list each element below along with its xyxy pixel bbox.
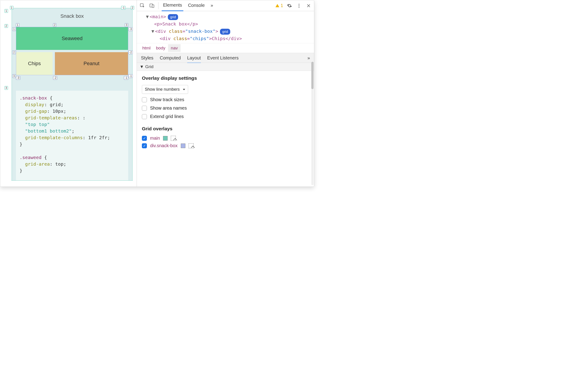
subtabs-more[interactable]: » — [307, 53, 310, 63]
grid-line-label: -1 — [124, 76, 128, 80]
styles-subtab-bar: Styles Computed Layout Event Listeners » — [137, 53, 314, 63]
tab-elements[interactable]: Elements — [162, 0, 183, 11]
grid-line-label: 3 — [125, 23, 128, 27]
overlay-row-main[interactable]: ✓ main — [142, 136, 309, 141]
show-track-sizes-row[interactable]: Show track sizes — [142, 97, 309, 102]
subtab-styles[interactable]: Styles — [141, 53, 153, 63]
checkbox[interactable] — [142, 114, 147, 119]
highlight-icon[interactable] — [171, 136, 176, 141]
overlay-label[interactable]: div.snack-box — [150, 143, 178, 148]
snack-box-wrap: 1 2 3 1 2 3 -3 -2 -1 -3 -2 -1 Seaweed Ch… — [16, 24, 128, 79]
grid-line-label: -3 — [128, 27, 133, 31]
crumb-nav[interactable]: nav — [168, 44, 181, 52]
tab-console[interactable]: Console — [187, 0, 206, 11]
grid-badge[interactable]: grid — [220, 29, 230, 35]
css-code-block: .snack-box { display: grid; grid-gap: 10… — [16, 91, 128, 180]
checkbox-label: Extend grid lines — [150, 114, 184, 119]
grid-section-header[interactable]: ▼ Grid — [137, 63, 314, 71]
grid-section-body: Overlay display settings Show line numbe… — [137, 71, 314, 155]
breadcrumb[interactable]: html body nav — [137, 43, 314, 53]
outer-line-label: 1 — [4, 9, 8, 13]
caret-down-icon: ▼ — [140, 64, 144, 69]
main-grid-element[interactable]: 1 -1 2 1 2 3 Snack box 1 2 3 1 2 3 -3 -2… — [12, 8, 132, 181]
dom-node-div-snackbox[interactable]: ▼<div class="snack-box">grid — [146, 28, 311, 35]
grid-section-title: Grid — [145, 64, 153, 69]
devtools-toolbar: Elements Console » 1 — [137, 0, 314, 11]
dom-node-main[interactable]: ▼<main>grid — [146, 13, 311, 20]
caret-down-icon[interactable]: ▼ — [146, 13, 149, 20]
svg-point-3 — [298, 4, 299, 4]
close-icon[interactable] — [305, 2, 312, 9]
select-value: Show line numbers — [145, 87, 180, 92]
dom-node-p[interactable]: <p>Snack box</p> — [146, 20, 311, 28]
warning-indicator[interactable]: 1 — [275, 3, 283, 8]
overlay-label[interactable]: main — [150, 136, 160, 141]
outer-line-label: 1 — [10, 6, 13, 10]
warning-count: 1 — [281, 3, 283, 8]
grid-line-label: 1 — [12, 27, 16, 31]
tabs-more[interactable]: » — [209, 0, 214, 11]
grid-line-label: -1 — [128, 74, 133, 78]
subtab-event-listeners[interactable]: Event Listeners — [207, 53, 239, 63]
chips-cell[interactable]: Chips — [16, 52, 53, 75]
svg-point-5 — [298, 7, 299, 7]
grid-line-label: -2 — [128, 51, 133, 54]
grid-line-label: 1 — [16, 23, 19, 27]
show-area-names-row[interactable]: Show area names — [142, 106, 309, 111]
outer-line-label: 2 — [4, 24, 8, 28]
crumb-body[interactable]: body — [153, 44, 168, 52]
subtab-layout[interactable]: Layout — [187, 53, 201, 63]
peanut-cell[interactable]: Peanut — [55, 52, 128, 75]
color-swatch[interactable] — [163, 136, 168, 141]
dom-node-div-chips[interactable]: <div class="chips">Chips</div> — [146, 35, 311, 42]
extend-grid-lines-row[interactable]: Extend grid lines — [142, 114, 309, 119]
line-numbers-select[interactable]: Show line numbers — [142, 85, 188, 94]
crumb-html[interactable]: html — [140, 44, 153, 52]
overlay-row-snackbox[interactable]: ✓ div.snack-box — [142, 143, 309, 148]
svg-rect-2 — [152, 5, 154, 7]
page-viewport: 1 -1 2 1 2 3 Snack box 1 2 3 1 2 3 -3 -2… — [0, 0, 137, 187]
outer-line-label: -1 — [121, 6, 126, 10]
checkbox[interactable] — [142, 106, 147, 111]
caret-down-icon[interactable]: ▼ — [151, 28, 155, 35]
device-toggle-icon[interactable] — [149, 2, 155, 9]
dom-tree[interactable]: ▼<main>grid <p>Snack box</p> ▼<div class… — [137, 11, 314, 43]
grid-line-label: 2 — [53, 23, 57, 27]
snack-box-grid[interactable]: Seaweed Chips Peanut — [16, 27, 128, 75]
subtab-computed[interactable]: Computed — [160, 53, 181, 63]
grid-line-label: 2 — [12, 51, 16, 54]
grid-line-label: 3 — [12, 74, 16, 78]
seaweed-cell[interactable]: Seaweed — [16, 27, 128, 50]
color-swatch[interactable] — [181, 144, 185, 148]
grid-badge[interactable]: grid — [168, 14, 178, 20]
checkbox[interactable] — [142, 97, 147, 102]
grid-line-label: -3 — [16, 76, 20, 80]
checkbox[interactable]: ✓ — [142, 143, 147, 148]
outer-line-label: 2 — [131, 6, 134, 10]
page-title: Snack box — [16, 13, 128, 19]
highlight-icon[interactable] — [189, 143, 194, 148]
kebab-icon[interactable] — [296, 2, 302, 9]
checkbox[interactable]: ✓ — [142, 136, 147, 141]
devtools-window: 1 -1 2 1 2 3 Snack box 1 2 3 1 2 3 -3 -2… — [0, 0, 314, 187]
grid-line-label: -2 — [53, 76, 57, 80]
inspect-icon[interactable] — [139, 2, 146, 9]
overlay-settings-heading: Overlay display settings — [142, 75, 309, 81]
scrollbar-thumb[interactable] — [311, 62, 314, 89]
svg-point-4 — [298, 5, 299, 6]
grid-overlays-heading: Grid overlays — [142, 126, 309, 131]
gear-icon[interactable] — [286, 2, 293, 9]
svg-rect-0 — [140, 4, 143, 7]
checkbox-label: Show area names — [150, 106, 187, 111]
checkbox-label: Show track sizes — [150, 97, 184, 102]
devtools-panel: Elements Console » 1 ▼<main>grid — [137, 0, 314, 187]
scrollbar[interactable] — [311, 62, 314, 185]
outer-line-label: 3 — [4, 86, 8, 90]
